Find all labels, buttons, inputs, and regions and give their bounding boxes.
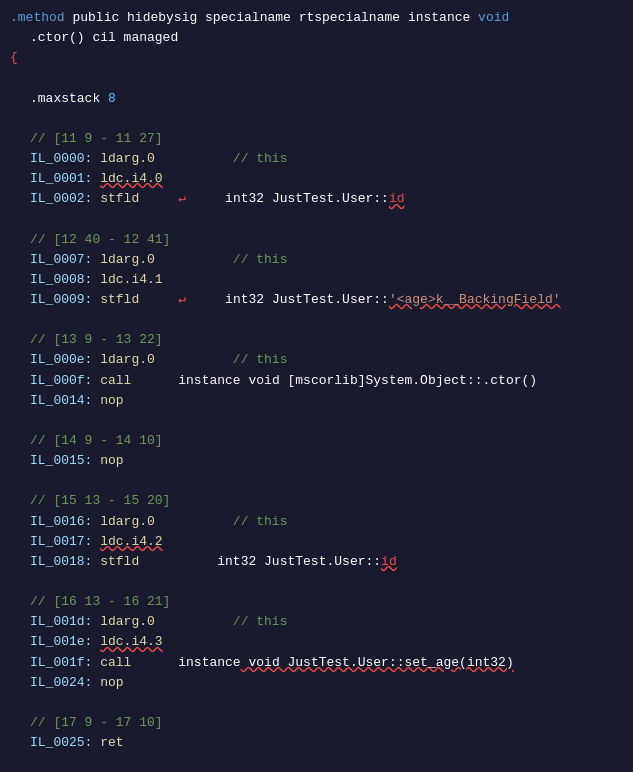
code-line	[10, 693, 623, 713]
code-line: // [16 13 - 16 21]	[10, 592, 623, 612]
code-line: IL_0016: ldarg.0 // this	[10, 512, 623, 532]
code-line: .ctor() cil managed	[10, 28, 623, 48]
code-line: // [12 40 - 12 41]	[10, 230, 623, 250]
code-line: IL_0001: ldc.i4.0	[10, 169, 623, 189]
code-line	[10, 310, 623, 330]
code-line: IL_0017: ldc.i4.2	[10, 532, 623, 552]
code-line	[10, 209, 623, 229]
code-line: {	[10, 48, 623, 68]
code-line	[10, 411, 623, 431]
code-line: IL_0007: ldarg.0 // this	[10, 250, 623, 270]
code-line: IL_0009: stfld ↵ int32 JustTest.User::'<…	[10, 290, 623, 310]
code-line: IL_0025: ret	[10, 733, 623, 753]
code-line: IL_0002: stfld ↵ int32 JustTest.User::id	[10, 189, 623, 209]
code-line: IL_001d: ldarg.0 // this	[10, 612, 623, 632]
code-line: IL_0015: nop	[10, 451, 623, 471]
code-line: IL_000f: call instance void [mscorlib]Sy…	[10, 371, 623, 391]
code-lines: .method public hidebysig specialname rts…	[10, 8, 623, 772]
code-line: // [17 9 - 17 10]	[10, 713, 623, 733]
code-line: IL_0008: ldc.i4.1	[10, 270, 623, 290]
code-line: IL_0024: nop	[10, 673, 623, 693]
code-line: IL_000e: ldarg.0 // this	[10, 350, 623, 370]
code-line: .maxstack 8	[10, 89, 623, 109]
code-line	[10, 68, 623, 88]
code-container: .method public hidebysig specialname rts…	[0, 0, 633, 772]
code-line: IL_0000: ldarg.0 // this	[10, 149, 623, 169]
code-line: // [14 9 - 14 10]	[10, 431, 623, 451]
code-line	[10, 753, 623, 772]
code-line	[10, 109, 623, 129]
code-line: // [13 9 - 13 22]	[10, 330, 623, 350]
code-line: .method public hidebysig specialname rts…	[10, 8, 623, 28]
code-line	[10, 572, 623, 592]
code-line: // [15 13 - 15 20]	[10, 491, 623, 511]
code-line: IL_001e: ldc.i4.3	[10, 632, 623, 652]
code-line: IL_0018: stfld int32 JustTest.User::id	[10, 552, 623, 572]
code-line	[10, 471, 623, 491]
code-line: IL_0014: nop	[10, 391, 623, 411]
code-line: // [11 9 - 11 27]	[10, 129, 623, 149]
code-line: IL_001f: call instance void JustTest.Use…	[10, 653, 623, 673]
